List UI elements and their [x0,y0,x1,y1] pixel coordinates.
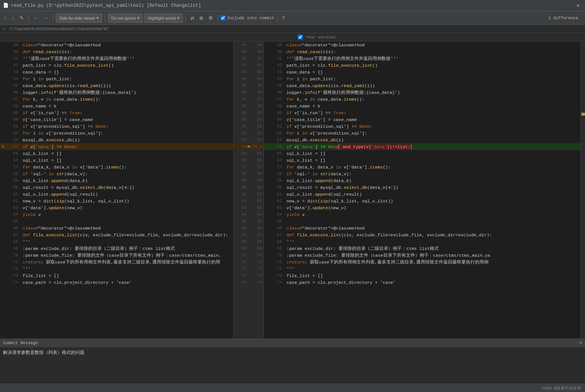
left-code-panel: 39class="decorator">@classmethod40 def r… [0,41,234,338]
ignore-dropdown-button[interactable]: Do not ignore ▾ [108,14,143,23]
line-text: file_list = [] [285,273,580,278]
code-line: 59 sql_k_list.append(data_k) [0,177,233,184]
mid-line-row: 7373 [234,272,263,279]
mid-left-num: 70 [235,253,247,257]
edit-button[interactable]: ✎ [18,14,26,23]
code-line: 45 case_data.update(cls.read_yaml(i)) [264,82,580,89]
prev-change-button[interactable]: ↑ [2,14,9,23]
line-text: '''读取case下需要执行的用例文件并返回用例数据''' [21,56,233,61]
next-change-button[interactable]: ↓ [10,14,17,23]
code-line: 74 case_path = cls.project_directory + '… [264,279,580,286]
settings-icon-button[interactable]: ⚙ [207,14,215,23]
line-text: sql_result = mysql_db.select_db(data_v[4… [285,185,580,190]
mid-right-num: 74 [251,280,262,285]
line-gutter: 48 [6,104,21,108]
right-scroll[interactable]: 39class="decorator">@classmethod40 def r… [264,41,580,338]
your-version-label: Your version [306,35,335,40]
line-text: class="decorator">@classmethod [285,226,580,231]
mid-right-num: 57 [251,165,262,169]
mid-line-row: 4040 [234,48,263,55]
mid-left-num: 60 [235,185,247,190]
line-gutter: 51 [270,124,285,129]
highlight-label: Highlight words [148,16,176,20]
line-gutter: 70 [6,253,21,257]
right-panel-header: Your version [294,35,585,40]
code-line: 67 def file_execute_list(cls, exclude_fi… [264,231,580,238]
line-gutter: 68 [270,239,285,244]
line-text: :param exclude_dir: 要排除的目录（二级目录）例子：ctms … [21,246,233,251]
line-text: for i in v['precondition_sql']: [21,131,233,136]
line-gutter: 60 [6,185,21,190]
code-line: 74 case_path = cls.project_directory + '… [0,279,233,286]
transfer-icon-button[interactable]: ⇄ [188,14,196,23]
code-line: 48 case_name = k [264,103,580,109]
mid-line-row: 5757 [234,164,263,170]
line-gutter: 72 [6,266,21,271]
code-line: 63 v['data'].update(new_v) [264,204,580,211]
include-commit-label[interactable]: Include into commit [221,15,274,20]
title-bar-text: read_file.py (D:\python2022\pytest_api_y… [11,3,574,8]
mid-right-num: 55 [251,151,262,156]
line-text: v['case_title'] = case_name [285,117,580,122]
commit-settings-icon[interactable]: ⚙ [579,340,582,346]
line-text: case_data.update(cls.read_yaml(i)) [21,83,233,88]
close-button[interactable]: ✕ [574,2,582,9]
mid-line-row: 3939 [234,41,263,48]
line-text: class="decorator">@classmethod [285,43,580,47]
line-gutter: 41 [270,56,285,61]
middle-lines-content: 3939404041414242434344444545464647474848… [234,41,263,286]
line-text: def file_execute_list(cls, exclude_file=… [285,233,580,237]
mid-left-num: 45 [235,83,247,88]
mid-left-num: 61 [235,192,247,196]
highlight-dropdown-icon: ▾ [177,15,179,20]
layout-icon-button[interactable]: ⊞ [198,14,205,23]
include-commit-checkbox[interactable] [221,15,225,20]
line-gutter: 59 [270,178,285,183]
mid-left-num: 56 [235,158,247,162]
mid-line-row: 6464 [234,211,263,218]
code-line: 43 case_data = {} [0,69,233,75]
code-line: 59 sql_k_list.append(data_k) [264,177,580,184]
line-gutter: 67 [270,233,285,237]
mid-right-num: 72 [251,266,262,271]
line-gutter: 42 [270,63,285,67]
line-gutter: 69 [270,246,285,251]
mid-right-num: 46 [251,90,262,95]
line-text: ''' [285,266,580,271]
forward-button[interactable]: → [41,14,50,23]
mid-right-num: 60 [251,185,262,190]
line-text: sql_k_list.append(data_k) [285,178,580,183]
line-gutter: 52 [6,131,21,135]
mid-line-row: 6060 [234,184,263,191]
line-text: if v['precondition_sql'] != None: [285,124,580,129]
line-text: sql_v_list = [] [285,158,580,163]
line-text: if v['is_run'] == True: [285,110,580,115]
line-gutter: 73 [6,273,21,278]
code-line: 62 new_v = dict(zip(sql_k_list, sql_v_li… [0,198,233,204]
your-version-checkbox[interactable] [298,35,303,40]
left-scroll[interactable]: 39class="decorator">@classmethod40 def r… [0,41,233,338]
code-line: 50 v['case_title'] = case_name [0,116,233,123]
check-icon: ✓ [3,26,6,32]
line-gutter: 59 [6,178,21,183]
code-line: 41 '''读取case下需要执行的用例文件并返回用例数据''' [264,55,580,62]
right-scrollbar[interactable] [580,41,585,338]
mid-right-num: 54 ✓ [251,144,262,149]
mid-left-num: 52 [235,131,247,135]
line-text: logger.info(f'最终执行的用例数据:{case_data}') [285,90,580,95]
line-text: sql_v_list.append(sql_result) [21,192,233,197]
back-button[interactable]: ← [31,14,40,23]
code-line: 57 for data_k, data_v in v['data'].items… [0,164,233,170]
line-gutter: 61 [6,192,21,196]
column-headers: Your version [0,33,585,41]
highlight-dropdown-button[interactable]: Highlight words ▾ [144,14,183,23]
mid-left-num: 40 [235,49,247,54]
line-text: if v['precondition_sql'] != None: [21,124,233,129]
help-button[interactable]: ? [280,14,286,23]
code-line: 47 for k, v in case_data.items(): [0,96,233,103]
viewer-dropdown-button[interactable]: Side-by-side viewer ▾ [56,14,102,23]
line-gutter: 50 [6,117,21,122]
code-line: 72 ''' [0,265,233,272]
mid-right-num: 49 [251,110,262,115]
line-gutter: 44 [270,77,285,81]
